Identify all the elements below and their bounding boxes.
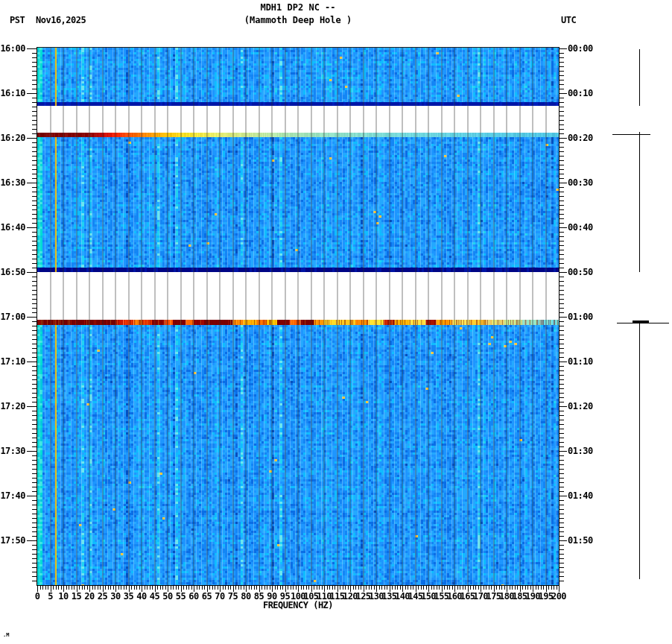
date-label: Nov16,2025 [36,16,86,25]
page-subtitle: (Mammoth Deep Hole ) [37,15,559,25]
footer-mark: .M [3,633,9,638]
left-time-label: 16:40 [0,223,25,232]
left-time-label: 17:30 [0,446,25,455]
frequency-tick-label: 65 [202,592,212,601]
frequency-tick-label: 35 [124,592,133,601]
spectrogram-page: MDH1 DP2 NC -- (Mammoth Deep Hole ) PST … [0,0,672,644]
frequency-tick-label: 5 [48,592,53,601]
right-time-label: 00:50 [568,268,593,277]
right-time-label: 01:10 [568,357,593,366]
left-time-label: 16:20 [0,133,25,142]
right-time-label: 01:30 [568,446,593,455]
left-timezone-label: PST [10,16,25,25]
right-time-label: 00:00 [568,44,593,53]
page-title: MDH1 DP2 NC -- [37,2,559,13]
right-time-label: 00:10 [568,89,593,98]
frequency-tick-label: 25 [98,592,107,601]
frequency-tick-label: 15 [72,592,81,601]
right-time-label: 00:30 [568,178,593,187]
frequency-tick-label: 0 [35,592,40,601]
left-time-label: 17:00 [0,312,25,321]
frequency-tick-label: 60 [188,592,198,601]
frequency-tick-label: 55 [176,592,186,601]
right-time-label: 00:40 [568,223,593,232]
left-time-label: 16:50 [0,268,25,277]
left-time-label: 17:10 [0,357,25,366]
left-time-label: 17:50 [0,536,25,545]
frequency-tick-label: 30 [110,592,120,601]
frequency-tick-label: 20 [84,592,94,601]
frequency-tick-label: 75 [228,592,238,601]
left-time-label: 17:20 [0,402,25,411]
frequency-tick-label: 70 [215,592,224,601]
left-time-label: 17:40 [0,491,25,500]
right-time-label: 00:20 [568,133,593,142]
frequency-tick-label: 80 [241,592,250,601]
frequency-tick-label: 10 [58,592,68,601]
right-time-label: 01:20 [568,402,593,411]
frequency-tick-label: 50 [162,592,172,601]
frequency-tick-label: 40 [136,592,146,601]
left-time-label: 16:00 [0,44,25,53]
right-time-label: 01:40 [568,491,593,500]
frequency-tick-label: 200 [551,592,566,601]
right-time-label: 01:00 [568,312,593,321]
frequency-tick-label: 45 [150,592,159,601]
left-time-label: 16:30 [0,178,25,187]
right-time-label: 01:50 [568,536,593,545]
right-timezone-label: UTC [561,16,576,25]
left-time-label: 16:10 [0,89,25,98]
x-axis-title: FREQUENCY (HZ) [37,601,559,610]
